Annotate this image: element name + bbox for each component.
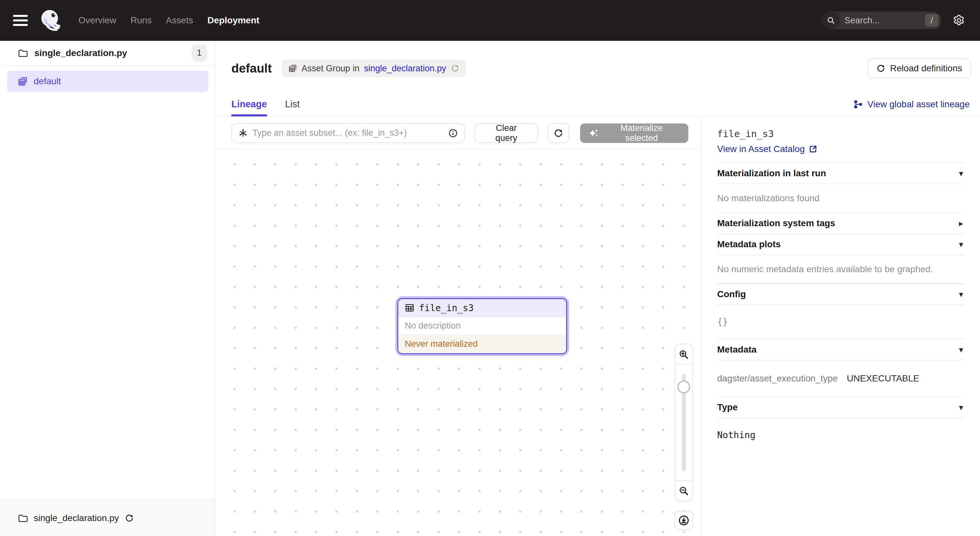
- chevron-down-icon: ▾: [959, 345, 963, 355]
- section-body: dagster/asset_execution_type UNEXECUTABL…: [717, 360, 964, 397]
- metadata-value: UNEXECUTABLE: [847, 373, 920, 384]
- lineage-graph-panel: Clear query Materialize sele: [215, 117, 701, 536]
- search-input[interactable]: [840, 16, 925, 25]
- asset-group-chip: Asset Group in single_declaration.py: [282, 60, 466, 77]
- chevron-down-icon: ▾: [959, 402, 963, 412]
- asset-group-icon: [288, 64, 297, 73]
- global-search[interactable]: /: [822, 12, 941, 29]
- section-materialization-in-last-run: Materialization in last run ▾: [717, 163, 964, 184]
- section-config: Config ▾: [717, 283, 964, 305]
- page-header: default Asset Group in single_declaratio…: [215, 41, 980, 92]
- tabs-bar: Lineage List View global asset lineage: [215, 92, 980, 117]
- reload-icon[interactable]: [451, 64, 459, 73]
- config-value: {}: [717, 305, 964, 339]
- chevron-right-icon: ▸: [959, 218, 963, 229]
- section-type: Type ▾: [717, 397, 964, 418]
- section-body: No numeric metadata entries available to…: [717, 255, 964, 283]
- lineage-canvas[interactable]: file_in_s3 No description Never material…: [215, 150, 701, 536]
- folder-icon: [18, 48, 28, 58]
- nav-link-deployment[interactable]: Deployment: [207, 15, 259, 25]
- section-body: No materializations found: [717, 184, 964, 213]
- page-title: default: [231, 62, 272, 75]
- top-nav: Overview Runs Assets Deployment /: [0, 0, 980, 41]
- code-location-sidebar: single_declaration.py 1 default single_d…: [0, 41, 215, 536]
- table-icon: [405, 303, 415, 313]
- sparkle-icon: [589, 128, 599, 138]
- download-icon: [678, 515, 690, 526]
- settings-gear-icon[interactable]: [952, 14, 966, 27]
- asset-node-name: file_in_s3: [419, 303, 474, 313]
- section-metadata-plots: Metadata plots ▾: [717, 234, 964, 255]
- zoom-slider-knob[interactable]: [677, 380, 690, 393]
- zoom-controls: [675, 344, 693, 530]
- section-header[interactable]: Metadata plots ▾: [717, 234, 964, 255]
- zoom-out-icon: [679, 486, 689, 496]
- section-header[interactable]: Config ▾: [717, 284, 964, 305]
- chevron-down-icon: ▾: [959, 169, 963, 178]
- section-materialization-system-tags: Materialization system tags ▸: [717, 213, 964, 234]
- type-value: Nothing: [717, 418, 964, 452]
- metadata-row: dagster/asset_execution_type UNEXECUTABL…: [717, 360, 964, 397]
- sidebar-footer[interactable]: single_declaration.py: [0, 500, 215, 536]
- reload-icon: [554, 128, 563, 138]
- folder-icon: [18, 513, 28, 523]
- op-selector-icon: [238, 128, 248, 138]
- code-location-name: single_declaration.py: [34, 48, 127, 58]
- asset-subset-query[interactable]: [231, 124, 465, 143]
- view-in-asset-catalog-link[interactable]: View in Asset Catalog: [717, 144, 964, 154]
- view-global-asset-lineage-link[interactable]: View global asset lineage: [853, 92, 970, 116]
- download-graph-button[interactable]: [675, 511, 693, 530]
- external-link-icon: [808, 145, 818, 154]
- empty-state-text: No materializations found: [717, 184, 964, 213]
- asset-node-description: No description: [398, 317, 566, 335]
- lineage-graph-icon: [853, 100, 863, 109]
- nav-link-overview[interactable]: Overview: [78, 15, 116, 25]
- search-shortcut-key: /: [925, 14, 939, 27]
- asset-group-icon: [18, 76, 28, 86]
- section-header[interactable]: Materialization system tags ▸: [717, 213, 964, 234]
- asset-details-panel: file_in_s3 View in Asset Catalog Materia…: [701, 117, 980, 536]
- zoom-in-icon: [679, 349, 689, 360]
- materialize-selected-button[interactable]: Materialize selected: [580, 124, 688, 143]
- section-metadata: Metadata ▾: [717, 339, 964, 360]
- details-asset-name: file_in_s3: [717, 128, 964, 139]
- metadata-key: dagster/asset_execution_type: [717, 373, 847, 384]
- dagster-logo-icon[interactable]: [39, 8, 64, 33]
- refresh-graph-button[interactable]: [548, 124, 569, 143]
- section-header[interactable]: Metadata ▾: [717, 339, 964, 360]
- section-body: {}: [717, 305, 964, 339]
- asset-node-file-in-s3[interactable]: file_in_s3 No description Never material…: [397, 298, 567, 354]
- reload-definitions-button[interactable]: Reload definitions: [867, 59, 971, 78]
- clear-query-button[interactable]: Clear query: [474, 124, 538, 143]
- reload-icon: [876, 64, 885, 73]
- chevron-down-icon: ▾: [959, 289, 963, 299]
- asset-group-count-badge: 1: [191, 45, 207, 62]
- group-chip-prefix: Asset Group in: [302, 64, 360, 73]
- zoom-out-button[interactable]: [675, 480, 692, 501]
- graph-toolbar: Clear query Materialize sele: [215, 117, 701, 150]
- zoom-in-button[interactable]: [675, 344, 692, 365]
- tab-lineage[interactable]: Lineage: [231, 92, 267, 116]
- zoom-slider[interactable]: [675, 365, 692, 480]
- footer-code-location-name: single_declaration.py: [34, 513, 119, 523]
- sidebar-item-label: default: [34, 76, 61, 86]
- section-header[interactable]: Materialization in last run ▾: [717, 163, 964, 184]
- asset-node-header: file_in_s3: [398, 299, 566, 317]
- group-chip-link[interactable]: single_declaration.py: [364, 64, 446, 73]
- tab-list[interactable]: List: [285, 92, 300, 116]
- empty-state-text: No numeric metadata entries available to…: [717, 255, 964, 283]
- asset-subset-input[interactable]: [253, 128, 444, 138]
- nav-link-assets[interactable]: Assets: [166, 15, 193, 25]
- search-icon: [822, 12, 840, 29]
- section-header[interactable]: Type ▾: [717, 397, 964, 418]
- section-body: Nothing: [717, 418, 964, 452]
- primary-nav: Overview Runs Assets Deployment: [78, 15, 259, 25]
- sidebar-item-default-group[interactable]: default: [7, 71, 208, 92]
- chevron-down-icon: ▾: [959, 240, 963, 250]
- reload-icon[interactable]: [125, 514, 134, 523]
- nav-link-runs[interactable]: Runs: [130, 15, 152, 25]
- asset-node-status: Never materialized: [398, 335, 566, 353]
- menu-icon[interactable]: [13, 15, 28, 26]
- code-location-header[interactable]: single_declaration.py 1: [0, 41, 215, 65]
- info-icon[interactable]: [448, 128, 458, 138]
